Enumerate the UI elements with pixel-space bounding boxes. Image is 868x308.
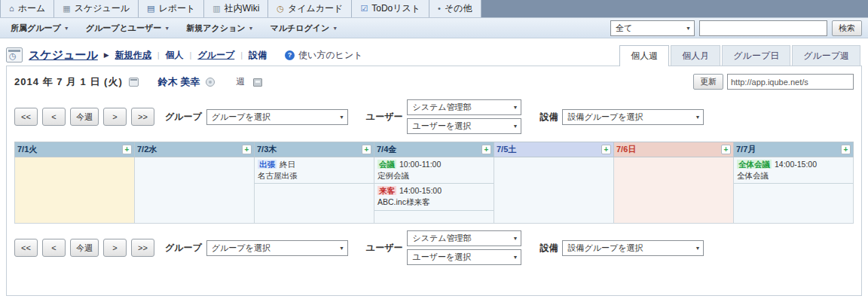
user-group-select[interactable]: システム管理部 xyxy=(407,230,521,246)
day-header: 7/2水+ xyxy=(135,142,255,157)
add-event-icon[interactable]: + xyxy=(242,145,252,154)
nav-button[interactable]: > xyxy=(103,239,127,257)
nav-button[interactable]: << xyxy=(14,239,38,257)
event-time: 14:00-15:00 xyxy=(775,160,817,169)
day-header: 7/3木+ xyxy=(255,142,374,157)
date-toolbar: 2014 年 7 月 1 日 (火) 鈴木 美幸 週 更新 xyxy=(7,66,861,93)
print-icon[interactable] xyxy=(253,78,262,87)
search-filter-select[interactable]: 全て xyxy=(610,20,695,36)
user-selects: システム管理部ユーザーを選択 xyxy=(407,99,521,134)
event-line1: 来客14:00-15:00 xyxy=(377,185,491,197)
user-name-link[interactable]: 鈴木 美幸 xyxy=(158,75,200,89)
app-tab[interactable]: •その他 xyxy=(429,0,481,17)
home-icon: ⌂ xyxy=(9,5,14,13)
user-group-select[interactable]: システム管理部 xyxy=(407,99,521,115)
add-event-icon[interactable]: + xyxy=(721,145,731,154)
help-link[interactable]: ? 使い方のヒント xyxy=(285,49,362,62)
add-event-icon[interactable]: + xyxy=(481,145,491,154)
day-label: 7/1火 xyxy=(17,144,37,155)
crumb-link[interactable]: 新規作成 xyxy=(115,49,151,62)
refresh-button[interactable]: 更新 xyxy=(693,74,723,90)
add-event-icon[interactable]: + xyxy=(362,145,371,154)
day-cell[interactable] xyxy=(135,157,255,224)
event-time: 10:00-11:00 xyxy=(399,160,441,169)
event-tag: 出張 xyxy=(258,160,277,169)
group-select[interactable]: グループを選択 xyxy=(206,240,348,256)
nav-button[interactable]: 今週 xyxy=(70,108,99,126)
menu-item[interactable]: 新規アクション▼ xyxy=(186,23,253,34)
day-cell[interactable] xyxy=(15,157,135,224)
equipment-label: 設備 xyxy=(539,111,558,124)
equipment-select[interactable]: 設備グループを選択 xyxy=(562,109,704,125)
nav-button[interactable]: 今週 xyxy=(70,239,99,257)
group-label: グループ xyxy=(165,242,202,255)
day-cell[interactable]: 会議10:00-11:00定例会議来客14:00-15:00ABC.inc様来客 xyxy=(374,157,494,224)
app-tab[interactable]: ▤レポート xyxy=(139,0,204,17)
app-tab[interactable]: ☑ToDoリスト xyxy=(352,0,429,17)
nav-button[interactable]: > xyxy=(103,108,127,126)
presence-icon xyxy=(206,78,215,87)
menu-item-label: グループとユーザー xyxy=(86,23,162,34)
app-tab[interactable]: ▦スケジュール xyxy=(54,0,139,17)
menu-item[interactable]: グループとユーザー▼ xyxy=(86,23,170,34)
current-date: 2014 年 7 月 1 日 (火) xyxy=(14,75,123,89)
nav-button[interactable]: >> xyxy=(131,239,154,257)
app-tab[interactable]: ⌂ホーム xyxy=(0,0,54,17)
equipment-select[interactable]: 設備グループを選択 xyxy=(562,240,704,256)
day-cell[interactable]: 全体会議14:00-15:00全体会議 xyxy=(734,157,854,224)
event-title: 名古屋出張 xyxy=(258,170,371,181)
search-button[interactable]: 検索 xyxy=(832,20,862,36)
add-event-icon[interactable]: + xyxy=(841,145,851,154)
day-cell[interactable]: 出張終日名古屋出張 xyxy=(255,157,374,224)
app-tab-label: レポート xyxy=(158,2,195,15)
event-item[interactable]: 出張終日名古屋出張 xyxy=(255,157,374,184)
event-item[interactable]: 来客14:00-15:00ABC.inc様来客 xyxy=(374,184,494,210)
nav-button[interactable]: < xyxy=(42,108,66,126)
chevron-down-icon: ▼ xyxy=(64,26,69,31)
chevron-down-icon: ▼ xyxy=(249,26,254,31)
nav-button[interactable]: << xyxy=(14,108,38,126)
help-icon: ? xyxy=(285,50,295,60)
event-item[interactable]: 全体会議14:00-15:00全体会議 xyxy=(734,157,853,184)
page-title[interactable]: スケジュール xyxy=(29,48,98,63)
view-tab[interactable]: 個人週 xyxy=(619,45,669,66)
search-input[interactable] xyxy=(699,20,827,36)
view-tab[interactable]: 個人月 xyxy=(671,45,720,66)
crumb-link[interactable]: 個人 xyxy=(166,49,184,62)
event-tag: 全体会議 xyxy=(737,160,772,169)
separator: | xyxy=(157,50,160,59)
event-item[interactable]: 会議10:00-11:00定例会議 xyxy=(374,157,494,184)
group-select[interactable]: グループを選択 xyxy=(206,109,348,125)
tab-bar-filler xyxy=(481,0,868,17)
add-event-icon[interactable]: + xyxy=(601,145,611,154)
date-picker-icon[interactable] xyxy=(129,78,139,87)
day-cell[interactable] xyxy=(494,157,614,224)
day-cell[interactable] xyxy=(614,157,734,224)
schedule-panel: 2014 年 7 月 1 日 (火) 鈴木 美幸 週 更新 <<<今週>>>グル… xyxy=(6,66,862,296)
view-tab[interactable]: グループ日 xyxy=(722,45,790,66)
day-header: 7/7月+ xyxy=(734,142,854,157)
report-icon: ▤ xyxy=(147,5,154,13)
add-event-icon[interactable]: + xyxy=(122,145,132,154)
crumb-link[interactable]: グループ xyxy=(197,49,234,62)
app-tab[interactable]: ◷タイムカード xyxy=(268,0,352,17)
permalink-url-input[interactable] xyxy=(727,74,854,90)
user-select[interactable]: ユーザーを選択 xyxy=(407,249,521,265)
view-tab[interactable]: グループ週 xyxy=(792,45,860,66)
crumb-link[interactable]: 設備 xyxy=(249,49,267,62)
app-tab-label: その他 xyxy=(445,2,472,15)
user-selects: システム管理部ユーザーを選択 xyxy=(407,230,521,265)
nav-button[interactable]: >> xyxy=(131,108,154,126)
menu-item[interactable]: マルチログイン▼ xyxy=(270,23,338,34)
equipment-label: 設備 xyxy=(539,242,558,255)
wiki-icon: ▥ xyxy=(212,5,220,13)
chevron-down-icon: ▼ xyxy=(332,26,338,31)
nav-button[interactable]: < xyxy=(42,239,66,257)
user-select[interactable]: ユーザーを選択 xyxy=(407,118,521,134)
menu-item[interactable]: 所属グループ▼ xyxy=(11,23,69,34)
app-tab[interactable]: ▥社内Wiki xyxy=(204,0,268,17)
event-line1: 会議10:00-11:00 xyxy=(377,159,491,170)
menu-item-label: 新規アクション xyxy=(186,23,245,34)
dot-icon: • xyxy=(438,5,441,13)
chevron-down-icon: ▼ xyxy=(164,26,170,31)
